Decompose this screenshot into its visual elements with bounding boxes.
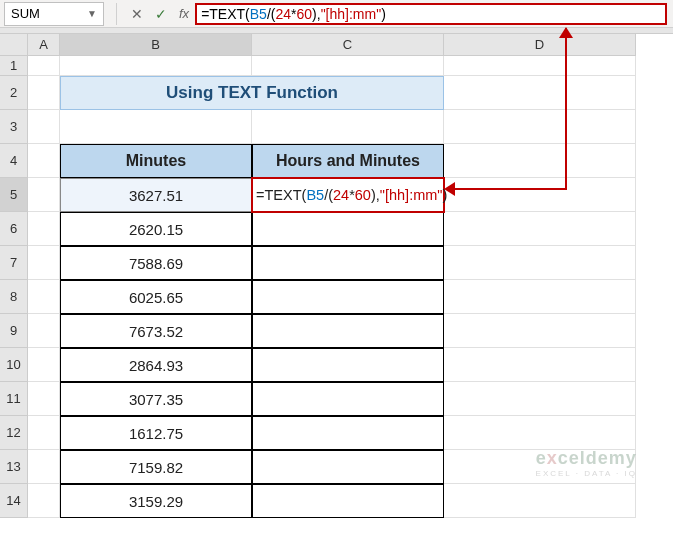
row-header[interactable]: 3	[0, 110, 28, 144]
cell[interactable]	[28, 178, 60, 212]
formula-token: 60	[355, 187, 371, 203]
formula-input[interactable]: =TEXT(B5/(24*60),"[hh]:mm")	[195, 3, 667, 25]
formula-token: B5	[250, 6, 267, 22]
fx-icon[interactable]: fx	[179, 6, 189, 21]
cell[interactable]	[28, 348, 60, 382]
cell[interactable]	[444, 76, 636, 110]
row-header[interactable]: 7	[0, 246, 28, 280]
row-header[interactable]: 8	[0, 280, 28, 314]
cell[interactable]	[28, 144, 60, 178]
separator	[116, 3, 117, 25]
formula-token: =	[201, 6, 209, 22]
cell[interactable]	[444, 382, 636, 416]
col-header-d[interactable]: D	[444, 34, 636, 56]
col-header-c[interactable]: C	[252, 34, 444, 56]
cell-c5-editing[interactable]: =TEXT(B5/(24*60),"[hh]:mm")	[252, 178, 444, 212]
cell-b8[interactable]: 6025.65	[60, 280, 252, 314]
cell-b12[interactable]: 1612.75	[60, 416, 252, 450]
row-header[interactable]: 5	[0, 178, 28, 212]
cell[interactable]	[444, 450, 636, 484]
cell[interactable]	[28, 110, 60, 144]
table-header-hours-minutes[interactable]: Hours and Minutes	[252, 144, 444, 178]
row-header[interactable]: 12	[0, 416, 28, 450]
cell[interactable]	[444, 280, 636, 314]
formula-token: B5	[306, 187, 324, 203]
cell-b7[interactable]: 7588.69	[60, 246, 252, 280]
row-header[interactable]: 13	[0, 450, 28, 484]
row-header[interactable]: 11	[0, 382, 28, 416]
row-header[interactable]: 6	[0, 212, 28, 246]
select-all-corner[interactable]	[0, 34, 28, 56]
cell-c12[interactable]	[252, 416, 444, 450]
cancel-edit-icon[interactable]: ✕	[125, 2, 149, 26]
name-box-value: SUM	[11, 6, 40, 21]
cell-c8[interactable]	[252, 280, 444, 314]
cell-b10[interactable]: 2864.93	[60, 348, 252, 382]
cell-c9[interactable]	[252, 314, 444, 348]
callout-connector	[565, 28, 567, 190]
cell-c7[interactable]	[252, 246, 444, 280]
name-box-dropdown-icon[interactable]: ▼	[87, 8, 97, 19]
cell[interactable]	[444, 178, 636, 212]
cell[interactable]	[444, 144, 636, 178]
cell[interactable]	[28, 76, 60, 110]
cell[interactable]	[28, 450, 60, 484]
cell[interactable]	[28, 246, 60, 280]
formula-bar: SUM ▼ ✕ ✓ fx =TEXT(B5/(24*60),"[hh]:mm")	[0, 0, 673, 28]
formula-token: "[hh]:mm"	[321, 6, 382, 22]
cell[interactable]	[28, 416, 60, 450]
cell[interactable]	[444, 110, 636, 144]
cell[interactable]	[444, 246, 636, 280]
cell-b6[interactable]: 2620.15	[60, 212, 252, 246]
row-header[interactable]: 4	[0, 144, 28, 178]
formula-token: 24	[275, 6, 291, 22]
cell-b9[interactable]: 7673.52	[60, 314, 252, 348]
arrow-up-icon	[559, 27, 573, 38]
formula-token: 60	[296, 6, 312, 22]
row-header[interactable]: 9	[0, 314, 28, 348]
cell[interactable]	[28, 484, 60, 518]
cell[interactable]	[60, 56, 252, 76]
name-box[interactable]: SUM ▼	[4, 2, 104, 26]
cell[interactable]	[444, 348, 636, 382]
cell[interactable]	[28, 382, 60, 416]
formula-token: TEXT	[209, 6, 245, 22]
cell[interactable]	[444, 56, 636, 76]
formula-token: 24	[333, 187, 349, 203]
formula-token: TEXT	[264, 187, 301, 203]
cell-b14[interactable]: 3159.29	[60, 484, 252, 518]
row-header[interactable]: 14	[0, 484, 28, 518]
callout-connector	[452, 188, 567, 190]
cell[interactable]	[444, 314, 636, 348]
cell[interactable]	[252, 110, 444, 144]
cell[interactable]	[444, 484, 636, 518]
title-cell[interactable]: Using TEXT Function	[60, 76, 444, 110]
col-header-a[interactable]: A	[28, 34, 60, 56]
cell[interactable]	[444, 416, 636, 450]
formula-token: "[hh]:mm"	[380, 187, 443, 203]
cell-c14[interactable]	[252, 484, 444, 518]
row-header[interactable]: 10	[0, 348, 28, 382]
cell-c6[interactable]	[252, 212, 444, 246]
row-header[interactable]: 2	[0, 76, 28, 110]
cell-c11[interactable]	[252, 382, 444, 416]
cell-b5[interactable]: 3627.51	[60, 178, 252, 212]
cell[interactable]	[60, 110, 252, 144]
arrow-left-icon	[444, 182, 455, 196]
cell[interactable]	[252, 56, 444, 76]
cell[interactable]	[28, 56, 60, 76]
cell-b13[interactable]: 7159.82	[60, 450, 252, 484]
cell-b11[interactable]: 3077.35	[60, 382, 252, 416]
col-header-b[interactable]: B	[60, 34, 252, 56]
cell-c10[interactable]	[252, 348, 444, 382]
cell[interactable]	[444, 212, 636, 246]
table-header-minutes[interactable]: Minutes	[60, 144, 252, 178]
row-header[interactable]: 1	[0, 56, 28, 76]
cell-c13[interactable]	[252, 450, 444, 484]
cell[interactable]	[28, 280, 60, 314]
cell[interactable]	[28, 212, 60, 246]
formula-token: )	[381, 6, 386, 22]
spreadsheet-grid: A B C D 1 2 Using TEXT Function 3 4 Minu…	[0, 34, 673, 518]
cell[interactable]	[28, 314, 60, 348]
confirm-edit-icon[interactable]: ✓	[149, 2, 173, 26]
